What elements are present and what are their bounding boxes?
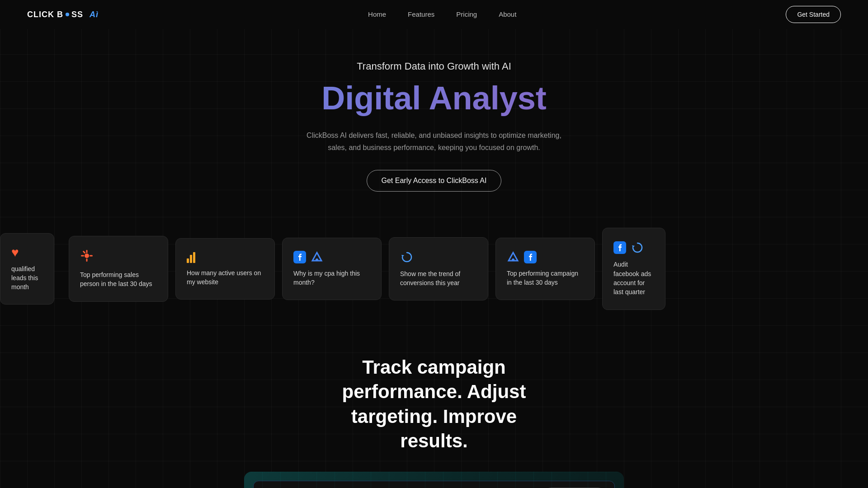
card-icon-6: [613, 241, 644, 254]
dashboard-preview: CLICK BSS Aì ✦ ✦ Connect Connected: [244, 472, 624, 488]
card-1[interactable]: Top performing sales person in the last …: [69, 236, 168, 302]
card-4[interactable]: Show me the trend of conversions this ye…: [389, 237, 488, 301]
hubspot-icon: ♥: [11, 246, 19, 259]
card-text-6: Audit facebook ads account for last quar…: [613, 260, 654, 296]
logo-dot: [66, 13, 69, 16]
early-access-button[interactable]: Get Early Access to ClickBoss AI: [367, 170, 502, 192]
card-text-4: Show me the trend of conversions this ye…: [400, 269, 477, 288]
logo-text2: SS: [71, 10, 83, 19]
card-icon-5: [507, 251, 537, 263]
card-5[interactable]: Top performing campaign in the last 30 d…: [495, 238, 595, 300]
dashboard-header: CLICK BSS Aì ✦ ✦ Connect Connected: [254, 481, 614, 488]
nav-about[interactable]: About: [499, 10, 516, 18]
card-icon-4: [400, 250, 414, 264]
card-text-1: Top performing sales person in the last …: [80, 270, 157, 289]
hubspot-icon-1: [80, 249, 94, 265]
svg-point-0: [85, 253, 89, 258]
nav-features[interactable]: Features: [408, 10, 434, 18]
card-icon-0: ♥: [11, 246, 19, 259]
dashboard-inner: CLICK BSS Aì ✦ ✦ Connect Connected: [253, 481, 615, 488]
card-text-0: qualified leads this month: [11, 264, 43, 292]
card-icon-2: [187, 251, 195, 263]
barchart-icon: [187, 251, 195, 263]
google-ads-icon-2: [507, 251, 519, 263]
refresh-icon-2: [631, 241, 644, 254]
card-text-2: How many active users on my website: [187, 268, 264, 287]
logo: CLICK BSS Aì: [27, 10, 99, 19]
card-3[interactable]: Why is my cpa high this month?: [282, 238, 382, 300]
card-2[interactable]: How many active users on my website: [175, 238, 275, 300]
svg-rect-5: [83, 251, 86, 254]
card-partial-0[interactable]: ♥ qualified leads this month: [0, 233, 54, 305]
bottom-title: Track campaign performance. Adjust targe…: [321, 355, 547, 454]
logo-text: CLICK B: [27, 10, 63, 19]
card-6[interactable]: Audit facebook ads account for last quar…: [602, 228, 665, 310]
svg-rect-4: [90, 255, 93, 257]
card-icon-3: [293, 251, 323, 263]
refresh-icon: [400, 250, 414, 264]
svg-rect-3: [81, 255, 84, 257]
google-ads-icon: [311, 251, 323, 263]
hero-subtitle: Transform Data into Growth with AI: [9, 61, 859, 72]
card-text-5: Top performing campaign in the last 30 d…: [507, 269, 584, 287]
facebook-icon-3: [613, 241, 626, 254]
svg-rect-1: [86, 250, 88, 253]
facebook-icon-2: [524, 251, 537, 263]
card-icon-1: [80, 249, 94, 265]
nav-pricing[interactable]: Pricing: [456, 10, 477, 18]
bottom-section: Track campaign performance. Adjust targe…: [0, 328, 868, 488]
svg-point-10: [512, 258, 514, 261]
facebook-icon: [293, 251, 306, 263]
nav-home[interactable]: Home: [368, 10, 386, 18]
hero-title: Digital Analyst: [9, 80, 859, 117]
nav-links: Home Features Pricing About: [368, 10, 516, 19]
svg-rect-2: [86, 258, 88, 262]
card-text-3: Why is my cpa high this month?: [293, 269, 370, 287]
get-started-button[interactable]: Get Started: [786, 6, 841, 23]
navbar: CLICK BSS Aì Home Features Pricing About…: [0, 0, 868, 29]
logo-ai: Aì: [90, 10, 99, 19]
cards-strip: ♥ qualified leads this month Top perform…: [0, 210, 868, 328]
hero-section: Transform Data into Growth with AI Digit…: [0, 29, 868, 210]
hero-description: ClickBoss AI delivers fast, reliable, an…: [298, 129, 570, 154]
svg-point-8: [316, 258, 318, 261]
